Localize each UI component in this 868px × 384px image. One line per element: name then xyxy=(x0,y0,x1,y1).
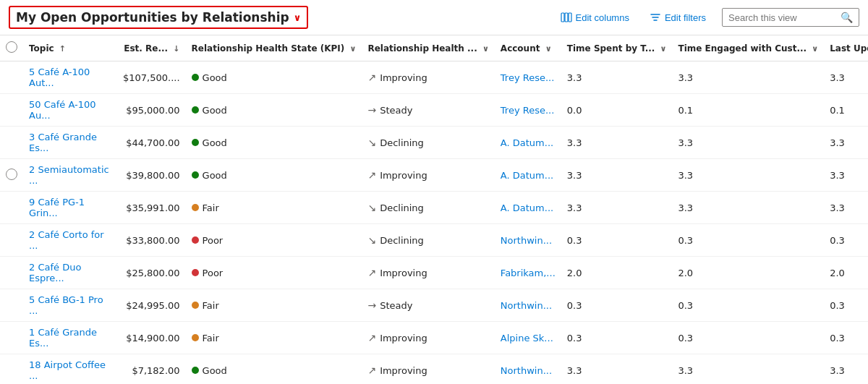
col-header-check xyxy=(0,35,23,61)
row-checkbox-cell xyxy=(0,94,23,127)
col-header-rh-trend: Relationship Health ... ∨ xyxy=(362,35,494,61)
rh-trend-label: Improving xyxy=(380,170,427,181)
topic-link[interactable]: 2 Café Corto for ... xyxy=(29,229,104,251)
filter-icon-rht[interactable]: ∨ xyxy=(482,44,489,54)
row-time-spent: 0.3 xyxy=(561,289,673,322)
table-row: 2 Semiautomatic ...$39,800.00Good↗Improv… xyxy=(0,159,868,192)
svg-rect-2 xyxy=(569,13,571,22)
account-link[interactable]: Northwin... xyxy=(501,235,552,246)
row-time-engaged: 3.3 xyxy=(672,127,824,159)
row-account: Northwin... xyxy=(495,224,561,257)
topic-link[interactable]: 18 Airpot Coffee ... xyxy=(29,359,106,381)
filter-icon-rhs[interactable]: ∨ xyxy=(349,44,356,54)
edit-columns-button[interactable]: Edit columns xyxy=(556,9,634,26)
row-topic: 50 Café A-100 Au... xyxy=(23,94,117,127)
status-dot xyxy=(192,367,199,374)
table-header-row: Topic ↑ Est. Re... ↓ Relationship Health… xyxy=(0,35,868,61)
account-link[interactable]: Alpine Sk... xyxy=(501,333,553,344)
header-checkbox[interactable] xyxy=(6,41,17,53)
search-input[interactable] xyxy=(728,12,836,23)
row-topic: 9 Café PG-1 Grin... xyxy=(23,192,117,224)
account-link[interactable]: A. Datum... xyxy=(501,202,553,213)
row-checkbox-cell xyxy=(0,354,23,385)
row-time-spent: 0.3 xyxy=(561,322,673,354)
rh-state-label: Good xyxy=(203,72,227,83)
topic-link[interactable]: 3 Café Grande Es... xyxy=(29,132,97,153)
row-time-spent: 3.3 xyxy=(561,159,673,192)
row-checkbox-cell xyxy=(0,61,23,94)
account-link[interactable]: A. Datum... xyxy=(501,170,553,181)
filter-icon-acc[interactable]: ∨ xyxy=(545,44,552,54)
row-time-spent: 3.3 xyxy=(561,61,673,94)
row-account: Alpine Sk... xyxy=(495,322,561,354)
topic-link[interactable]: 2 Semiautomatic ... xyxy=(29,164,109,186)
topic-link[interactable]: 5 Café A-100 Aut... xyxy=(29,67,90,88)
rh-trend-label: Improving xyxy=(380,268,427,278)
account-link[interactable]: A. Datum... xyxy=(501,137,553,148)
row-checkbox-cell xyxy=(0,289,23,322)
rh-state-label: Good xyxy=(203,105,227,116)
page-title: My Open Opportunities by Relationship xyxy=(16,10,289,25)
account-link[interactable]: Northwin... xyxy=(501,300,552,311)
table-row: 9 Café PG-1 Grin...$35,991.00Fair↘Declin… xyxy=(0,192,868,224)
chevron-down-icon[interactable]: ∨ xyxy=(294,12,302,23)
topic-link[interactable]: 9 Café PG-1 Grin... xyxy=(29,197,85,218)
row-checkbox-cell xyxy=(0,322,23,354)
row-time-engaged: 0.3 xyxy=(672,322,824,354)
row-rh-trend: ↗Improving xyxy=(362,257,494,289)
sort-icon[interactable]: ↑ xyxy=(59,44,66,54)
rh-state-label: Good xyxy=(203,137,227,148)
svg-rect-0 xyxy=(561,13,564,22)
row-rh-state: Good xyxy=(186,354,362,385)
row-account: Trey Rese... xyxy=(495,94,561,127)
account-link[interactable]: Northwin... xyxy=(501,365,552,376)
row-last-updated: 3.3 xyxy=(824,61,868,94)
row-last-updated: 2.0 xyxy=(824,257,868,289)
row-checkbox-cell xyxy=(0,159,23,192)
row-last-updated: 3.3 xyxy=(824,354,868,385)
row-account: Fabrikam,... xyxy=(495,257,561,289)
rh-trend-label: Declining xyxy=(380,137,424,148)
topic-link[interactable]: 1 Café Grande Es... xyxy=(29,327,97,349)
col-header-rh-state: Relationship Health State (KPI) ∨ xyxy=(186,35,362,61)
trend-arrow-icon: ↘ xyxy=(367,202,376,213)
row-rh-state: Good xyxy=(186,159,362,192)
trend-arrow-icon: ↗ xyxy=(367,72,376,83)
row-time-engaged: 3.3 xyxy=(672,354,824,385)
topic-link[interactable]: 2 Café Duo Espre... xyxy=(29,262,81,283)
row-topic: 3 Café Grande Es... xyxy=(23,127,117,159)
row-last-updated: 0.3 xyxy=(824,224,868,257)
trend-arrow-icon: ↗ xyxy=(367,332,376,344)
account-link[interactable]: Trey Rese... xyxy=(501,105,555,116)
view-title-box: My Open Opportunities by Relationship ∨ xyxy=(9,6,308,29)
edit-filters-button[interactable]: Edit filters xyxy=(645,9,710,26)
row-last-updated: 0.1 xyxy=(824,94,868,127)
col-header-time-engaged: Time Engaged with Cust... ∨ xyxy=(672,35,824,61)
filter-icon-te[interactable]: ∨ xyxy=(812,44,818,54)
account-link[interactable]: Trey Rese... xyxy=(501,72,555,83)
row-rh-state: Fair xyxy=(186,192,362,224)
trend-arrow-icon: ↗ xyxy=(367,169,376,181)
filter-icon-ts[interactable]: ∨ xyxy=(660,44,667,54)
row-topic: 1 Café Grande Es... xyxy=(23,322,117,354)
edit-columns-label: Edit columns xyxy=(576,12,629,23)
sort-icon-est[interactable]: ↓ xyxy=(173,44,179,54)
row-checkbox[interactable] xyxy=(6,168,17,180)
table-row: 1 Café Grande Es...$14,900.00Fair↗Improv… xyxy=(0,322,868,354)
row-rh-trend: ↘Declining xyxy=(362,127,494,159)
search-box[interactable]: 🔍 xyxy=(722,8,859,27)
row-est-rev: $95,000.00 xyxy=(117,94,186,127)
table-row: 50 Café A-100 Au...$95,000.00Good→Steady… xyxy=(0,94,868,127)
row-rh-state: Good xyxy=(186,94,362,127)
topic-link[interactable]: 50 Café A-100 Au... xyxy=(29,99,96,121)
row-rh-trend: ↗Improving xyxy=(362,61,494,94)
account-link[interactable]: Fabrikam,... xyxy=(501,268,556,278)
topic-link[interactable]: 5 Café BG-1 Pro ... xyxy=(29,294,103,316)
row-account: Northwin... xyxy=(495,354,561,385)
row-account: A. Datum... xyxy=(495,192,561,224)
row-last-updated: 3.3 xyxy=(824,127,868,159)
table-row: 18 Airpot Coffee ...$7,182.00Good↗Improv… xyxy=(0,354,868,385)
status-dot xyxy=(192,106,199,114)
header-right: Edit columns Edit filters 🔍 xyxy=(556,8,860,27)
row-rh-state: Fair xyxy=(186,322,362,354)
